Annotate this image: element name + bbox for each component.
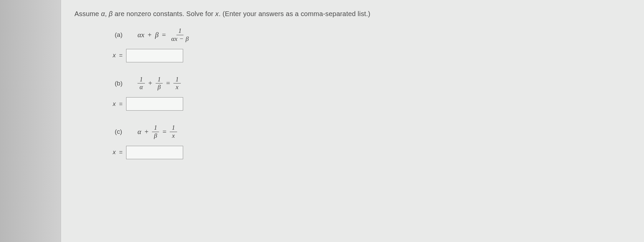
answer-b-var: x [113, 101, 116, 108]
eq-c-f2-den: x [170, 132, 177, 140]
eq-c-equals: = [162, 128, 167, 136]
prompt-text-post: . (Enter your answers as a comma-separat… [219, 10, 370, 17]
part-c-label: (c) [115, 128, 127, 135]
part-a-answer-row: x = [113, 49, 631, 62]
part-c: (c) α + 1 β = 1 x x = [115, 124, 631, 159]
parts-container: (a) αx + β = 1 αx − β [115, 27, 631, 159]
part-a-header: (a) αx + β = 1 αx − β [115, 27, 631, 43]
eq-c-t1: α [138, 128, 141, 136]
answer-c-var: x [113, 149, 116, 156]
answer-b-eq: = [119, 101, 123, 108]
eq-a-rhs-fraction: 1 αx − β [169, 27, 191, 43]
part-c-answer-row: x = [113, 146, 631, 159]
eq-a-rhs-num: 1 [176, 27, 184, 35]
eq-c-f2-num: 1 [170, 124, 177, 132]
page-left-margin [0, 0, 60, 242]
part-b-answer-row: x = [113, 97, 631, 111]
part-b: (b) 1 α + 1 β = 1 x [115, 76, 631, 111]
question-panel: Assume α, β are nonzero constants. Solve… [60, 0, 644, 242]
prompt-text-mid1: , [105, 10, 109, 17]
eq-a-rhs-den-t1: αx [171, 35, 177, 42]
eq-b-f3-den: x [174, 83, 180, 91]
prompt-alpha: α [101, 10, 105, 17]
answer-a-var: x [113, 52, 116, 59]
answer-b-input[interactable] [126, 97, 183, 111]
part-b-header: (b) 1 α + 1 β = 1 x [115, 76, 631, 92]
eq-a-plus: + [147, 31, 152, 39]
eq-b-f2: 1 β [156, 76, 163, 92]
part-a: (a) αx + β = 1 αx − β [115, 27, 631, 62]
eq-c-f1-num: 1 [152, 124, 159, 132]
eq-b-f1: 1 α [138, 76, 145, 92]
answer-c-eq: = [119, 149, 123, 156]
eq-b-f1-den: α [138, 83, 145, 91]
question-prompt: Assume α, β are nonzero constants. Solve… [74, 10, 631, 18]
eq-b-f3-num: 1 [173, 76, 181, 84]
eq-c-f2: 1 x [170, 124, 177, 140]
prompt-x: x [215, 10, 219, 17]
eq-b-f1-num: 1 [138, 76, 145, 84]
eq-b-f2-den: β [156, 83, 163, 91]
eq-a-equals: = [161, 31, 167, 39]
prompt-text-pre: Assume [74, 10, 101, 17]
eq-a-lhs-t2: β [155, 31, 158, 39]
eq-c-f1: 1 β [152, 124, 159, 140]
prompt-text-mid2: are nonzero constants. Solve for [113, 10, 215, 17]
part-a-label: (a) [115, 31, 127, 39]
answer-a-eq: = [119, 52, 123, 59]
eq-c-f1-den: β [152, 132, 159, 140]
eq-a-rhs-den-op: − [179, 35, 184, 42]
part-b-equation: 1 α + 1 β = 1 x [138, 76, 181, 92]
prompt-beta: β [109, 10, 113, 17]
eq-c-plus: + [144, 128, 149, 136]
eq-b-plus: + [148, 79, 153, 87]
eq-a-rhs-den: αx − β [169, 35, 191, 43]
eq-b-equals: = [165, 79, 171, 87]
eq-b-f3: 1 x [173, 76, 181, 92]
answer-c-input[interactable] [126, 146, 183, 159]
part-c-equation: α + 1 β = 1 x [138, 124, 177, 140]
eq-a-rhs-den-t2: β [185, 35, 189, 42]
part-c-header: (c) α + 1 β = 1 x [115, 124, 631, 140]
answer-a-input[interactable] [126, 49, 183, 62]
eq-a-lhs-t1: αx [138, 31, 144, 39]
eq-b-f2-num: 1 [156, 76, 163, 84]
part-b-label: (b) [115, 80, 127, 87]
part-a-equation: αx + β = 1 αx − β [138, 27, 191, 43]
